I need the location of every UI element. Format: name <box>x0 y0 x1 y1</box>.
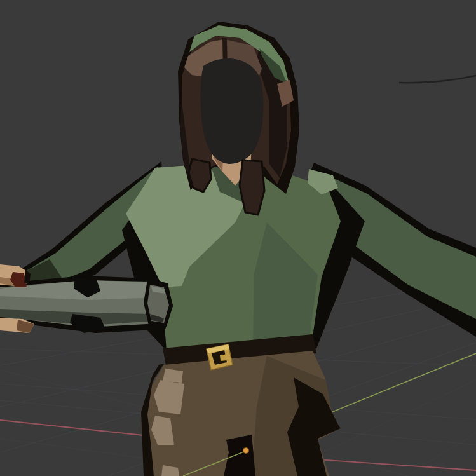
belt-buckle[interactable] <box>207 344 233 370</box>
3d-viewport[interactable] <box>0 0 476 476</box>
origin-point[interactable] <box>243 448 249 454</box>
hair-strand-right <box>240 160 264 215</box>
viewport-canvas[interactable] <box>0 0 476 476</box>
left-thigh-highlight[interactable] <box>154 380 184 414</box>
face[interactable] <box>201 58 264 164</box>
crotch-shadow[interactable] <box>224 435 255 476</box>
